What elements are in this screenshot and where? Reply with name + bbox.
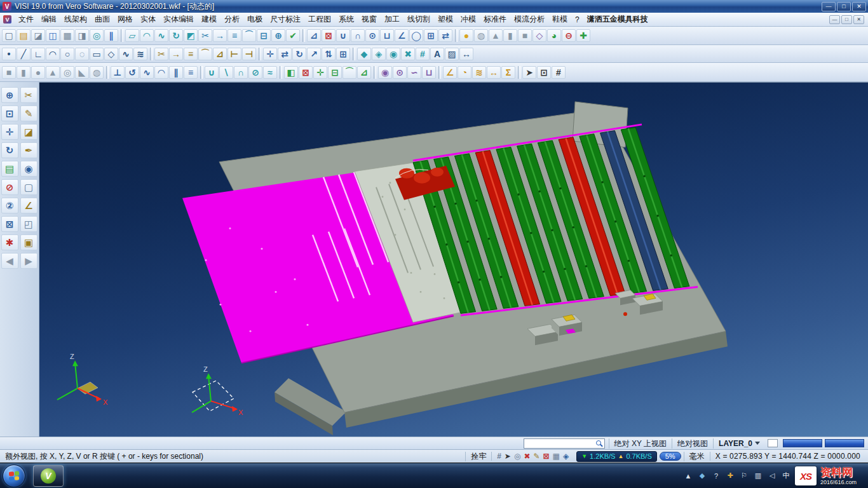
grid-toggle-icon[interactable]: # xyxy=(552,66,566,79)
measure-tool-icon[interactable]: ✚ xyxy=(576,29,590,42)
surface-sweep-icon[interactable]: ∿ xyxy=(154,29,168,42)
surface-trim-icon[interactable]: ✂ xyxy=(198,29,212,42)
polygon-icon[interactable]: ◇ xyxy=(104,48,118,60)
loft-icon[interactable]: ◠ xyxy=(154,66,168,79)
snapshot-icon[interactable]: ▣ xyxy=(20,234,37,250)
zoom-extents-icon[interactable]: ⊕ xyxy=(1,87,18,103)
zoom-previous-icon[interactable]: ◎ xyxy=(90,29,104,42)
surface-check-icon[interactable]: ✔ xyxy=(286,29,300,42)
menu-item[interactable]: 线切割 xyxy=(403,13,434,26)
network-tray-icon[interactable]: ▥ xyxy=(754,471,763,480)
menu-item[interactable]: 曲面 xyxy=(91,13,114,26)
surface-fillet-icon[interactable]: ⌒ xyxy=(242,29,256,42)
surface-join-icon[interactable]: ⊕ xyxy=(271,29,285,42)
grid-status-icon[interactable]: ▦ xyxy=(553,452,560,461)
menu-item[interactable]: 加工 xyxy=(381,13,403,26)
chamfer-icon[interactable]: ⊿ xyxy=(213,48,227,60)
close-button[interactable]: ✕ xyxy=(852,2,866,11)
face-edit-icon[interactable]: ◧ xyxy=(284,66,298,79)
isometric-view-icon[interactable]: ◰ xyxy=(20,216,37,232)
menu-item[interactable]: ? xyxy=(571,14,583,25)
dimension-tool-icon[interactable]: ↔ xyxy=(459,48,473,60)
helix-icon[interactable]: ≋ xyxy=(133,48,147,60)
rib-icon[interactable]: ∥ xyxy=(169,66,183,79)
pocket-icon[interactable]: ⊔ xyxy=(422,66,436,79)
ime-tray-icon[interactable]: 中 xyxy=(782,471,790,480)
curvature-analysis-icon[interactable]: ≋ xyxy=(472,66,486,79)
surface-revolve-icon[interactable]: ↻ xyxy=(169,29,183,42)
surface-patch-icon[interactable]: ◩ xyxy=(184,29,198,42)
arc-icon[interactable]: ◠ xyxy=(46,48,60,60)
face-offset-icon[interactable]: ⊟ xyxy=(328,66,342,79)
hole-wizard-icon[interactable]: ⊙ xyxy=(393,66,407,79)
update-tray-icon[interactable]: ✚ xyxy=(726,471,735,480)
minimize-button[interactable]: — xyxy=(822,2,836,11)
drawing-sheet-icon[interactable]: ▢ xyxy=(20,179,37,195)
torus-tool-icon[interactable]: ◍ xyxy=(474,29,488,42)
extrude-icon[interactable]: ⊥ xyxy=(111,66,125,79)
face-move-icon[interactable]: ✛ xyxy=(313,66,327,79)
save-icon[interactable]: ◫ xyxy=(46,29,60,42)
snap-center-icon[interactable]: ◉ xyxy=(386,48,400,60)
print-icon[interactable]: ▦ xyxy=(60,29,74,42)
delete-mode-icon[interactable]: ✖ xyxy=(524,452,530,461)
fillet-icon[interactable]: ⌒ xyxy=(198,48,212,60)
hide-entity-icon[interactable]: ⊘ xyxy=(1,179,18,195)
intersect-icon[interactable]: ∩ xyxy=(234,66,248,79)
visibility-icon[interactable]: ◉ xyxy=(20,161,37,177)
snap-mid-icon[interactable]: ◈ xyxy=(372,48,386,60)
menu-item[interactable]: 电极 xyxy=(243,13,266,26)
pause-icon[interactable]: ∥ xyxy=(104,29,118,42)
point-icon[interactable]: • xyxy=(2,48,16,60)
view-orientation-label[interactable]: 绝对 XY 上视图 xyxy=(609,438,672,449)
cut-entity-icon[interactable]: ✂ xyxy=(20,87,37,103)
cursor-mode-icon[interactable]: ➤ xyxy=(505,452,511,461)
line-icon[interactable]: ╱ xyxy=(17,48,31,60)
pattern-feature-icon[interactable]: ⊞ xyxy=(424,29,438,42)
menu-item[interactable]: 编辑 xyxy=(37,13,60,26)
title-bar[interactable]: V VISI 19.0 from Vero Software - 2012030… xyxy=(0,0,868,13)
split-icon[interactable]: ⊘ xyxy=(248,66,262,79)
search-input[interactable] xyxy=(526,439,595,447)
menu-item[interactable]: 建模 xyxy=(198,13,220,26)
edit-mode-icon[interactable]: ✎ xyxy=(533,452,539,461)
close-file-icon[interactable]: ◪ xyxy=(31,29,45,42)
mass-properties-icon[interactable]: Σ xyxy=(501,66,515,79)
primitive-box-icon[interactable]: ■ xyxy=(2,66,16,79)
second-view-icon[interactable]: ② xyxy=(1,198,18,214)
erase-icon[interactable]: ◪ xyxy=(20,124,37,140)
layers-icon[interactable]: ▤ xyxy=(1,161,18,177)
no-selection-icon[interactable]: ⊠ xyxy=(543,452,550,461)
subtract-icon[interactable]: ∖ xyxy=(219,66,233,79)
rotate-icon[interactable]: ↻ xyxy=(292,48,306,60)
menu-item[interactable]: 系统 xyxy=(335,13,358,26)
menu-item[interactable]: 分析 xyxy=(220,13,243,26)
menu-item[interactable]: 网格 xyxy=(114,13,137,26)
cone-tool-icon[interactable]: ▲ xyxy=(489,29,503,42)
draft-analysis-icon[interactable]: ∠ xyxy=(443,66,457,79)
menu-item[interactable]: 鞋模 xyxy=(548,13,571,26)
primitive-cylinder-icon[interactable]: ▮ xyxy=(17,66,31,79)
view-mode-label[interactable]: 绝对视图 xyxy=(672,438,713,449)
sphere-tool-icon[interactable]: ● xyxy=(459,29,473,42)
distance-measure-icon[interactable]: ↔ xyxy=(487,66,501,79)
hatch-tool-icon[interactable]: ▨ xyxy=(445,48,459,60)
edge-fillet-icon[interactable]: ⌒ xyxy=(342,66,356,79)
volume-tray-icon[interactable]: ◁ xyxy=(768,471,776,480)
stitch-icon[interactable]: ≈ xyxy=(263,66,277,79)
pan-view-icon[interactable]: ✛ xyxy=(1,124,18,140)
snap-intersection-icon[interactable]: ✖ xyxy=(401,48,415,60)
layer-selector[interactable]: LAYER_0 xyxy=(713,438,765,449)
viewport-3d[interactable]: Z X Z X xyxy=(39,82,868,437)
edit-entity-icon[interactable]: ✒ xyxy=(20,142,37,158)
sweep-icon[interactable]: ∿ xyxy=(140,66,154,79)
solid-extrude-icon[interactable]: ⊿ xyxy=(307,29,321,42)
primitive-cone-icon[interactable]: ▲ xyxy=(46,66,60,79)
text-tool-icon[interactable]: A xyxy=(430,48,444,60)
search-box[interactable] xyxy=(524,438,605,449)
refresh-icon[interactable]: ✱ xyxy=(1,234,18,250)
ucs-status-icon[interactable]: ◎ xyxy=(514,452,520,461)
polyline-icon[interactable]: ∟ xyxy=(31,48,45,60)
menu-item[interactable]: 实体 xyxy=(137,13,159,26)
scale-icon[interactable]: ↗ xyxy=(307,48,321,60)
